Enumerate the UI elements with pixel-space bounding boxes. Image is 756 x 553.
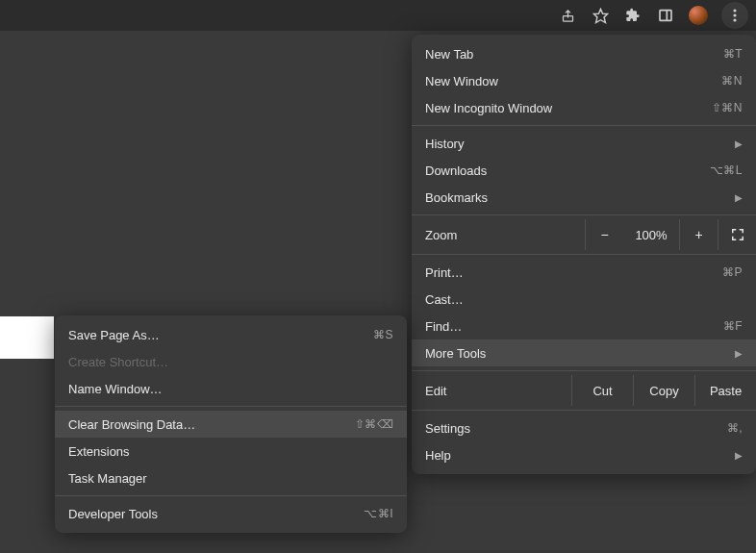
zoom-out-button[interactable]: − [585, 219, 623, 250]
menu-shortcut: ⌘N [721, 74, 743, 88]
svg-marker-1 [593, 9, 607, 22]
menu-label: Help [425, 448, 735, 463]
menu-label: Settings [425, 421, 727, 436]
menu-shortcut: ⇧⌘N [712, 101, 743, 114]
menu-label: Clear Browsing Data… [68, 417, 355, 432]
menu-item-new-tab[interactable]: New Tab ⌘T [412, 40, 756, 67]
submenu-item-developer-tools[interactable]: Developer Tools ⌥⌘I [55, 500, 407, 527]
submenu-arrow-icon: ▶ [735, 348, 743, 359]
browser-toolbar [0, 0, 756, 31]
menu-shortcut: ⌥⌘I [364, 507, 393, 520]
zoom-level: 100% [623, 228, 679, 242]
fullscreen-button[interactable] [718, 219, 756, 250]
copy-button[interactable]: Copy [633, 375, 694, 406]
menu-shortcut: ⌘, [727, 421, 743, 435]
menu-label: Print… [425, 265, 722, 280]
menu-label: Extensions [68, 444, 393, 459]
main-menu: New Tab ⌘T New Window ⌘N New Incognito W… [412, 35, 756, 474]
zoom-controls: − 100% + [585, 219, 756, 250]
menu-item-cast[interactable]: Cast… [412, 286, 756, 313]
menu-item-history[interactable]: History ▶ [412, 130, 756, 157]
menu-label: Find… [425, 319, 723, 334]
submenu-item-name-window[interactable]: Name Window… [55, 375, 407, 402]
submenu-item-task-manager[interactable]: Task Manager [55, 465, 407, 491]
menu-label: More Tools [425, 346, 735, 361]
menu-item-settings[interactable]: Settings ⌘, [412, 415, 756, 441]
menu-item-edit: Edit Cut Copy Paste [412, 375, 756, 406]
menu-separator [412, 125, 756, 126]
menu-label: History [425, 137, 735, 151]
more-tools-submenu: Save Page As… ⌘S Create Shortcut… Name W… [55, 315, 407, 533]
menu-shortcut: ⇧⌘⌫ [355, 417, 394, 431]
menu-item-new-window[interactable]: New Window ⌘N [412, 67, 756, 94]
submenu-item-clear-browsing-data[interactable]: Clear Browsing Data… ⇧⌘⌫ [55, 411, 407, 438]
zoom-in-button[interactable]: + [679, 219, 718, 250]
menu-shortcut: ⌘T [723, 47, 743, 61]
menu-label: Save Page As… [68, 328, 373, 342]
submenu-arrow-icon: ▶ [735, 138, 743, 149]
svg-rect-2 [660, 11, 671, 21]
menu-item-new-incognito[interactable]: New Incognito Window ⇧⌘N [412, 94, 756, 121]
submenu-item-extensions[interactable]: Extensions [55, 438, 407, 465]
page-content-fragment [0, 316, 54, 359]
menu-shortcut: ⌥⌘L [710, 163, 743, 177]
menu-item-bookmarks[interactable]: Bookmarks ▶ [412, 184, 756, 211]
menu-label: Bookmarks [425, 190, 735, 205]
paste-button[interactable]: Paste [694, 375, 756, 406]
svg-point-6 [733, 18, 736, 21]
menu-label: New Window [425, 74, 721, 88]
menu-label: Create Shortcut… [68, 355, 393, 369]
menu-label: Downloads [425, 163, 710, 178]
menu-label: Task Manager [68, 471, 393, 486]
sidepanel-icon[interactable] [656, 6, 675, 25]
menu-shortcut: ⌘S [373, 328, 393, 341]
edit-label: Edit [425, 384, 571, 398]
menu-separator [412, 370, 756, 371]
menu-item-find[interactable]: Find… ⌘F [412, 313, 756, 339]
submenu-arrow-icon: ▶ [735, 450, 743, 461]
menu-shortcut: ⌘F [723, 319, 743, 333]
menu-label: Cast… [425, 292, 743, 307]
profile-avatar[interactable] [689, 6, 708, 25]
menu-separator [55, 495, 407, 496]
menu-separator [412, 410, 756, 411]
menu-item-zoom: Zoom − 100% + [412, 219, 756, 250]
svg-point-4 [733, 9, 736, 12]
submenu-item-save-page[interactable]: Save Page As… ⌘S [55, 321, 407, 348]
menu-item-print[interactable]: Print… ⌘P [412, 259, 756, 286]
menu-separator [55, 406, 407, 407]
menu-label: Developer Tools [68, 507, 364, 521]
menu-item-downloads[interactable]: Downloads ⌥⌘L [412, 157, 756, 184]
zoom-label: Zoom [425, 228, 585, 242]
cut-button[interactable]: Cut [571, 375, 633, 406]
menu-label: New Incognito Window [425, 101, 712, 115]
kebab-menu-button[interactable] [721, 2, 748, 29]
menu-shortcut: ⌘P [722, 265, 743, 279]
menu-item-help[interactable]: Help ▶ [412, 441, 756, 468]
submenu-item-create-shortcut: Create Shortcut… [55, 348, 407, 375]
share-icon[interactable] [558, 6, 577, 25]
star-icon[interactable] [591, 6, 610, 25]
menu-label: New Tab [425, 47, 723, 62]
svg-point-5 [733, 13, 736, 16]
puzzle-icon[interactable] [623, 6, 643, 25]
submenu-arrow-icon: ▶ [735, 192, 743, 203]
menu-label: Name Window… [68, 382, 393, 396]
menu-item-more-tools[interactable]: More Tools ▶ [412, 339, 756, 366]
menu-separator [412, 214, 756, 215]
menu-separator [412, 254, 756, 255]
